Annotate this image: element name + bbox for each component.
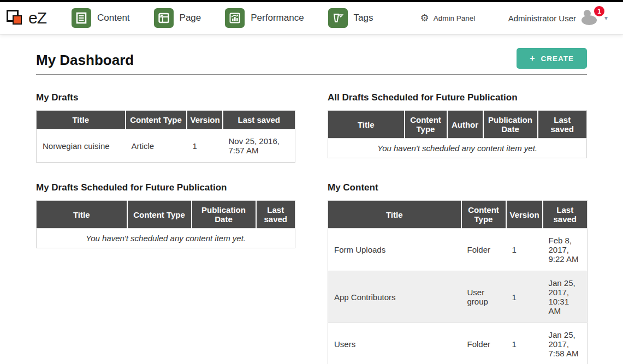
col-content-type: Content Type <box>127 201 192 229</box>
section-my-drafts-scheduled: My Drafts Scheduled for Future Publicati… <box>36 182 295 248</box>
col-publication-date: Publication Date <box>483 111 538 139</box>
col-content-type: Content Type <box>126 111 187 129</box>
empty-message: You haven't scheduled any content item y… <box>328 139 587 158</box>
nav-item-tags[interactable]: Tags <box>328 8 373 28</box>
my-drafts-table: Title Content Type Version Last saved No… <box>36 110 295 163</box>
table-header-row: Title Content Type Publication Date Last… <box>37 201 295 229</box>
admin-panel-label: Admin Panel <box>434 14 476 22</box>
table-row[interactable]: Form Uploads Folder 1 Feb 8, 2017, 9:22 … <box>328 229 588 271</box>
nav-item-label: Content <box>97 13 130 23</box>
top-navbar: eZ Content Pag <box>0 2 623 34</box>
col-title: Title <box>328 201 461 229</box>
ez-logo-icon <box>7 9 25 27</box>
content-icon <box>72 8 91 28</box>
user-name: Administrator User <box>508 14 576 23</box>
col-content-type: Content Type <box>461 201 506 229</box>
col-last-saved: Last saved <box>223 111 295 129</box>
section-title: My Drafts <box>36 92 295 103</box>
section-all-drafts-scheduled: All Drafts Scheduled for Future Publicat… <box>328 92 587 158</box>
gear-icon: ⚙ <box>420 13 429 23</box>
nav-item-page[interactable]: Page <box>154 8 201 28</box>
table-header-row: Title Content Type Version Last saved <box>37 111 295 129</box>
nav-item-label: Tags <box>354 13 373 23</box>
empty-row: You haven't scheduled any content item y… <box>328 139 587 158</box>
col-last-saved: Last saved <box>543 201 588 229</box>
notification-badge[interactable]: 1 <box>594 6 604 16</box>
section-title: All Drafts Scheduled for Future Publicat… <box>328 92 587 103</box>
nav-item-performance[interactable]: Performance <box>225 8 304 28</box>
performance-icon <box>225 8 245 28</box>
table-row[interactable]: Norwegian cuisine Article 1 Nov 25, 2016… <box>37 129 295 163</box>
col-author: Author <box>447 111 483 139</box>
nav-item-label: Page <box>180 13 201 23</box>
section-title: My Drafts Scheduled for Future Publicati… <box>36 182 295 193</box>
table-row[interactable]: App Contributors User group 1 Jan 25, 20… <box>328 271 588 323</box>
all-drafts-scheduled-table: Title Content Type Author Publication Da… <box>328 110 587 158</box>
empty-row: You haven't scheduled any content item y… <box>37 229 295 248</box>
table-header-row: Title Content Type Author Publication Da… <box>328 111 587 139</box>
section-my-drafts: My Drafts Title Content Type Version Las… <box>36 92 295 163</box>
nav-item-label: Performance <box>251 13 304 23</box>
admin-panel-link[interactable]: ⚙ Admin Panel <box>420 13 476 23</box>
col-version: Version <box>187 111 223 129</box>
col-last-saved: Last saved <box>538 111 587 139</box>
section-my-content: My Content Title Content Type Version La… <box>328 182 587 364</box>
col-title: Title <box>37 201 127 229</box>
plus-icon: + <box>530 54 535 63</box>
create-button[interactable]: + CREATE <box>517 48 587 69</box>
col-title: Title <box>37 111 126 129</box>
logo-text: eZ <box>28 9 46 27</box>
my-content-table: Title Content Type Version Last saved Fo… <box>328 200 588 364</box>
dashboard-grid: My Drafts Title Content Type Version Las… <box>36 92 587 364</box>
my-drafts-scheduled-table: Title Content Type Publication Date Last… <box>36 200 295 248</box>
dashboard-main: My Dashboard + CREATE My Drafts Title Co… <box>0 48 623 364</box>
user-avatar-icon[interactable]: 1 <box>582 10 599 26</box>
chevron-down-icon[interactable]: ▾ <box>604 14 608 22</box>
user-menu[interactable]: Administrator User 1 ▾ <box>508 10 608 26</box>
tags-icon <box>328 8 348 28</box>
nav-item-content[interactable]: Content <box>72 8 130 28</box>
page-title: My Dashboard <box>36 52 134 69</box>
section-title: My Content <box>328 182 587 193</box>
logo-orange-square <box>13 15 22 25</box>
col-version: Version <box>506 201 543 229</box>
col-publication-date: Publication Date <box>192 201 256 229</box>
page-header: My Dashboard + CREATE <box>36 48 587 75</box>
create-button-label: CREATE <box>541 55 574 63</box>
ez-logo[interactable]: eZ <box>7 9 46 27</box>
nav-items: Content Page <box>72 8 373 28</box>
col-title: Title <box>328 111 405 139</box>
page-icon <box>154 8 174 28</box>
table-header-row: Title Content Type Version Last saved <box>328 201 588 229</box>
empty-message: You haven't scheduled any content item y… <box>37 229 295 248</box>
col-last-saved: Last saved <box>256 201 295 229</box>
table-row[interactable]: Users Folder 1 Jan 25, 2017, 7:58 AM <box>328 323 588 364</box>
col-content-type: Content Type <box>405 111 447 139</box>
